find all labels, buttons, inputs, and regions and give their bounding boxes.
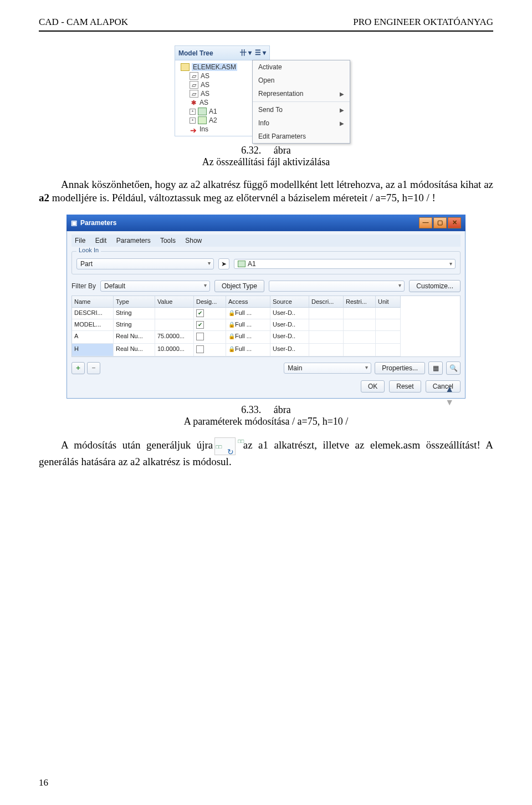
dropdown-icon[interactable]: ▾ [263,49,266,57]
menu-parameters[interactable]: Parameters [116,237,151,244]
screenshot-model-tree: Model Tree 卄▾ ☰▾ ELEMEK.ASM ▱AS ▱AS ▱AS … [175,45,357,136]
window-icon: ▣ [71,219,77,227]
header-left: CAD - CAM ALAPOK [39,17,128,28]
submenu-arrow-icon: ▶ [340,120,344,126]
menu-sendto[interactable]: Send To▶ [253,103,350,116]
parameters-table: Name Type Value Desig... Access Source D… [71,295,461,357]
menu-separator [253,101,350,102]
figure-caption-2: 6.33. ábra A paraméterek módosítása / a=… [39,404,493,427]
add-param-button[interactable]: ＋ [71,362,85,374]
submenu-arrow-icon: ▶ [340,107,344,113]
menubar: File Edit Parameters Tools Show [71,235,461,247]
table-row[interactable]: HReal Nu...10.0000...🔒Full ...User-D.. [72,344,460,356]
menu-editparameters[interactable]: Edit Parameters [253,130,350,143]
lookin-part-field[interactable]: A1 [234,259,456,269]
col-restr[interactable]: Restri... [344,296,376,308]
dialog-buttons: OK Reset Cancel [71,380,461,393]
window-titlebar: ▣Parameters —▢✕ [66,215,466,231]
close-button[interactable]: ✕ [448,217,461,228]
datum-plane-icon: ▱ [190,90,198,98]
minimize-button[interactable]: — [419,217,432,228]
part-icon [198,108,207,115]
table-row[interactable]: DESCRI...String✔🔒Full ...User-D.. [72,308,460,319]
part-icon [238,261,245,267]
screenshot-parameters-window: ▣Parameters —▢✕ File Edit Parameters Too… [66,215,466,399]
object-type-button[interactable]: Object Type [214,280,264,292]
window-title: ▣Parameters [71,219,116,227]
lookin-group: Look In Part ➤ A1 [71,251,461,274]
col-desig[interactable]: Desig... [194,296,226,308]
move-up-icon[interactable]: ▲ [445,384,454,394]
paragraph-1: Annak köszönhetően, hogy az a2 alkatrész… [39,178,493,205]
figure-caption-1: 6.32. ábra Az összeállítási fájl aktiviz… [39,145,493,168]
datum-plane-icon: ▱ [190,81,198,89]
col-source[interactable]: Source [270,296,309,308]
col-value[interactable]: Value [155,296,194,308]
submenu-arrow-icon: ▶ [340,91,344,97]
menu-activate[interactable]: Activate [253,60,350,74]
main-combo[interactable]: Main [284,363,371,374]
header-right: PRO ENGINEER OKTATÓANYAG [353,17,493,28]
part-icon [198,116,207,124]
table-footer: ＋ － Main Properties... ▦ 🔍 [71,361,461,375]
col-access[interactable]: Access [226,296,270,308]
context-menu: Activate Open Representation▶ Send To▶ I… [252,60,350,144]
menu-info[interactable]: Info▶ [253,116,350,130]
page-header: CAD - CAM ALAPOK PRO ENGINEER OKTATÓANYA… [39,17,493,28]
reset-button[interactable]: Reset [389,380,421,393]
menu-representation[interactable]: Representation▶ [253,87,350,100]
dropdown-icon[interactable]: ▾ [248,49,252,57]
menu-show[interactable]: Show [185,237,202,244]
object-type-combo[interactable] [269,281,405,292]
paragraph-2: A módosítás után generáljuk újra az a1 a… [39,437,493,468]
columns-icon[interactable]: ▦ [428,361,443,375]
datum-plane-icon: ▱ [190,72,198,80]
table-row[interactable]: AReal Nu...75.0000...🔒Full ...User-D.. [72,331,460,344]
menu-open[interactable]: Open [253,74,350,87]
col-type[interactable]: Type [114,296,155,308]
insert-arrow-icon: ➔ [190,126,197,133]
model-tree-toolbar: 卄▾ ☰▾ [238,48,266,58]
table-header: Name Type Value Desig... Access Source D… [72,296,460,308]
regenerate-icon [214,437,236,455]
col-name[interactable]: Name [72,296,114,308]
maximize-button[interactable]: ▢ [433,217,447,228]
customize-button[interactable]: Customize... [409,280,461,292]
table-row[interactable]: MODEL...String✔🔒Full ...User-D.. [72,319,460,331]
expander-icon[interactable]: + [190,109,196,115]
expander-icon[interactable]: + [190,118,196,124]
ok-button[interactable]: OK [361,380,385,393]
csys-icon: ✱ [190,99,197,106]
menu-tools[interactable]: Tools [160,237,176,244]
lookin-combo[interactable]: Part [76,258,214,269]
model-tree-header: Model Tree 卄▾ ☰▾ [175,46,269,60]
move-down-icon[interactable]: ▼ [445,398,454,407]
remove-param-button[interactable]: － [87,362,100,374]
header-rule [39,30,493,32]
filterby-combo[interactable]: Default [100,281,210,292]
assembly-icon [181,63,190,71]
pick-icon[interactable]: ➤ [218,258,229,269]
filter-icon[interactable]: 卄 [240,49,247,57]
col-unit[interactable]: Unit [376,296,401,308]
find-icon[interactable]: 🔍 [446,361,461,375]
page-number: 16 [39,777,48,788]
model-tree-title: Model Tree [178,49,213,57]
cancel-button[interactable]: Cancel [426,380,461,393]
list-icon[interactable]: ☰ [255,49,261,57]
filterby-label: Filter By [71,282,96,290]
window-controls: —▢✕ [418,217,461,228]
menu-edit[interactable]: Edit [95,237,107,244]
col-descr[interactable]: Descri... [309,296,344,308]
properties-button[interactable]: Properties... [375,362,425,374]
reorder-arrows: ▲ ▼ [445,384,454,407]
lookin-label: Look In [76,247,101,253]
menu-file[interactable]: File [75,237,85,244]
